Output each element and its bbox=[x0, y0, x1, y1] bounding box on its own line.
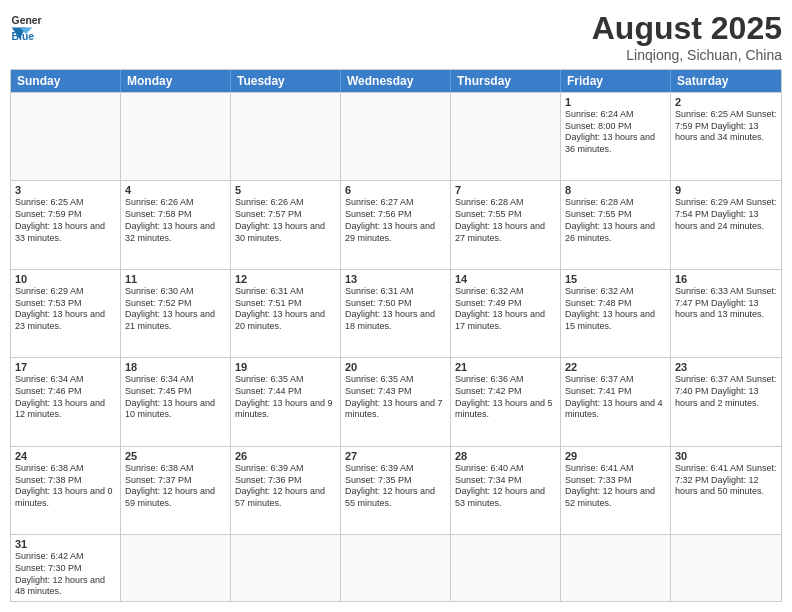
calendar-cell-r5c2 bbox=[231, 535, 341, 601]
calendar-cell-r2c2: 12Sunrise: 6:31 AM Sunset: 7:51 PM Dayli… bbox=[231, 270, 341, 357]
calendar-cell-r5c1 bbox=[121, 535, 231, 601]
calendar-row-5: 31Sunrise: 6:42 AM Sunset: 7:30 PM Dayli… bbox=[11, 534, 781, 601]
day-number: 24 bbox=[15, 450, 116, 462]
day-header-thursday: Thursday bbox=[451, 70, 561, 92]
day-number: 22 bbox=[565, 361, 666, 373]
calendar-cell-r1c0: 3Sunrise: 6:25 AM Sunset: 7:59 PM Daylig… bbox=[11, 181, 121, 268]
generalblue-logo-icon: General Blue bbox=[10, 10, 42, 42]
day-number: 29 bbox=[565, 450, 666, 462]
calendar-cell-r3c1: 18Sunrise: 6:34 AM Sunset: 7:45 PM Dayli… bbox=[121, 358, 231, 445]
day-info: Sunrise: 6:32 AM Sunset: 7:49 PM Dayligh… bbox=[455, 286, 556, 333]
day-number: 11 bbox=[125, 273, 226, 285]
day-number: 10 bbox=[15, 273, 116, 285]
day-info: Sunrise: 6:36 AM Sunset: 7:42 PM Dayligh… bbox=[455, 374, 556, 421]
calendar-cell-r3c4: 21Sunrise: 6:36 AM Sunset: 7:42 PM Dayli… bbox=[451, 358, 561, 445]
calendar-cell-r1c2: 5Sunrise: 6:26 AM Sunset: 7:57 PM Daylig… bbox=[231, 181, 341, 268]
calendar-cell-r4c5: 29Sunrise: 6:41 AM Sunset: 7:33 PM Dayli… bbox=[561, 447, 671, 534]
day-info: Sunrise: 6:37 AM Sunset: 7:40 PM Dayligh… bbox=[675, 374, 777, 409]
day-info: Sunrise: 6:31 AM Sunset: 7:50 PM Dayligh… bbox=[345, 286, 446, 333]
calendar-cell-r1c4: 7Sunrise: 6:28 AM Sunset: 7:55 PM Daylig… bbox=[451, 181, 561, 268]
day-info: Sunrise: 6:29 AM Sunset: 7:54 PM Dayligh… bbox=[675, 197, 777, 232]
calendar-cell-r4c1: 25Sunrise: 6:38 AM Sunset: 7:37 PM Dayli… bbox=[121, 447, 231, 534]
calendar-cell-r5c0: 31Sunrise: 6:42 AM Sunset: 7:30 PM Dayli… bbox=[11, 535, 121, 601]
calendar-cell-r2c6: 16Sunrise: 6:33 AM Sunset: 7:47 PM Dayli… bbox=[671, 270, 781, 357]
calendar-cell-r0c1 bbox=[121, 93, 231, 180]
day-info: Sunrise: 6:25 AM Sunset: 7:59 PM Dayligh… bbox=[675, 109, 777, 144]
day-header-saturday: Saturday bbox=[671, 70, 781, 92]
calendar-cell-r1c5: 8Sunrise: 6:28 AM Sunset: 7:55 PM Daylig… bbox=[561, 181, 671, 268]
calendar-cell-r0c4 bbox=[451, 93, 561, 180]
calendar-cell-r5c5 bbox=[561, 535, 671, 601]
day-info: Sunrise: 6:41 AM Sunset: 7:32 PM Dayligh… bbox=[675, 463, 777, 498]
calendar-cell-r0c3 bbox=[341, 93, 451, 180]
day-info: Sunrise: 6:38 AM Sunset: 7:38 PM Dayligh… bbox=[15, 463, 116, 510]
day-info: Sunrise: 6:39 AM Sunset: 7:36 PM Dayligh… bbox=[235, 463, 336, 510]
title-block: August 2025 Linqiong, Sichuan, China bbox=[592, 10, 782, 63]
day-number: 25 bbox=[125, 450, 226, 462]
calendar-cell-r3c2: 19Sunrise: 6:35 AM Sunset: 7:44 PM Dayli… bbox=[231, 358, 341, 445]
calendar-cell-r0c2 bbox=[231, 93, 341, 180]
day-number: 17 bbox=[15, 361, 116, 373]
day-number: 28 bbox=[455, 450, 556, 462]
header: General Blue August 2025 Linqiong, Sichu… bbox=[10, 10, 782, 63]
calendar-body: 1Sunrise: 6:24 AM Sunset: 8:00 PM Daylig… bbox=[11, 92, 781, 601]
day-number: 2 bbox=[675, 96, 777, 108]
day-number: 31 bbox=[15, 538, 116, 550]
day-info: Sunrise: 6:34 AM Sunset: 7:45 PM Dayligh… bbox=[125, 374, 226, 421]
day-info: Sunrise: 6:41 AM Sunset: 7:33 PM Dayligh… bbox=[565, 463, 666, 510]
svg-text:Blue: Blue bbox=[12, 31, 35, 42]
day-info: Sunrise: 6:32 AM Sunset: 7:48 PM Dayligh… bbox=[565, 286, 666, 333]
day-number: 7 bbox=[455, 184, 556, 196]
day-info: Sunrise: 6:35 AM Sunset: 7:44 PM Dayligh… bbox=[235, 374, 336, 421]
day-info: Sunrise: 6:37 AM Sunset: 7:41 PM Dayligh… bbox=[565, 374, 666, 421]
calendar-cell-r2c5: 15Sunrise: 6:32 AM Sunset: 7:48 PM Dayli… bbox=[561, 270, 671, 357]
day-info: Sunrise: 6:26 AM Sunset: 7:58 PM Dayligh… bbox=[125, 197, 226, 244]
day-number: 16 bbox=[675, 273, 777, 285]
calendar-cell-r4c0: 24Sunrise: 6:38 AM Sunset: 7:38 PM Dayli… bbox=[11, 447, 121, 534]
day-header-wednesday: Wednesday bbox=[341, 70, 451, 92]
day-info: Sunrise: 6:25 AM Sunset: 7:59 PM Dayligh… bbox=[15, 197, 116, 244]
calendar-cell-r3c3: 20Sunrise: 6:35 AM Sunset: 7:43 PM Dayli… bbox=[341, 358, 451, 445]
day-number: 3 bbox=[15, 184, 116, 196]
day-number: 19 bbox=[235, 361, 336, 373]
month-title: August 2025 bbox=[592, 10, 782, 47]
day-number: 18 bbox=[125, 361, 226, 373]
day-info: Sunrise: 6:29 AM Sunset: 7:53 PM Dayligh… bbox=[15, 286, 116, 333]
calendar-cell-r0c6: 2Sunrise: 6:25 AM Sunset: 7:59 PM Daylig… bbox=[671, 93, 781, 180]
day-number: 20 bbox=[345, 361, 446, 373]
calendar-row-3: 17Sunrise: 6:34 AM Sunset: 7:46 PM Dayli… bbox=[11, 357, 781, 445]
location-subtitle: Linqiong, Sichuan, China bbox=[592, 47, 782, 63]
day-header-sunday: Sunday bbox=[11, 70, 121, 92]
calendar-cell-r4c2: 26Sunrise: 6:39 AM Sunset: 7:36 PM Dayli… bbox=[231, 447, 341, 534]
page: General Blue August 2025 Linqiong, Sichu… bbox=[0, 0, 792, 612]
day-info: Sunrise: 6:39 AM Sunset: 7:35 PM Dayligh… bbox=[345, 463, 446, 510]
day-number: 23 bbox=[675, 361, 777, 373]
day-info: Sunrise: 6:38 AM Sunset: 7:37 PM Dayligh… bbox=[125, 463, 226, 510]
day-number: 14 bbox=[455, 273, 556, 285]
day-info: Sunrise: 6:27 AM Sunset: 7:56 PM Dayligh… bbox=[345, 197, 446, 244]
day-info: Sunrise: 6:31 AM Sunset: 7:51 PM Dayligh… bbox=[235, 286, 336, 333]
day-number: 30 bbox=[675, 450, 777, 462]
calendar-cell-r2c3: 13Sunrise: 6:31 AM Sunset: 7:50 PM Dayli… bbox=[341, 270, 451, 357]
day-info: Sunrise: 6:42 AM Sunset: 7:30 PM Dayligh… bbox=[15, 551, 116, 598]
calendar-cell-r4c3: 27Sunrise: 6:39 AM Sunset: 7:35 PM Dayli… bbox=[341, 447, 451, 534]
day-number: 8 bbox=[565, 184, 666, 196]
calendar-cell-r3c6: 23Sunrise: 6:37 AM Sunset: 7:40 PM Dayli… bbox=[671, 358, 781, 445]
day-info: Sunrise: 6:28 AM Sunset: 7:55 PM Dayligh… bbox=[455, 197, 556, 244]
calendar-row-2: 10Sunrise: 6:29 AM Sunset: 7:53 PM Dayli… bbox=[11, 269, 781, 357]
day-header-monday: Monday bbox=[121, 70, 231, 92]
calendar-row-1: 3Sunrise: 6:25 AM Sunset: 7:59 PM Daylig… bbox=[11, 180, 781, 268]
day-info: Sunrise: 6:28 AM Sunset: 7:55 PM Dayligh… bbox=[565, 197, 666, 244]
calendar-cell-r4c6: 30Sunrise: 6:41 AM Sunset: 7:32 PM Dayli… bbox=[671, 447, 781, 534]
day-number: 13 bbox=[345, 273, 446, 285]
calendar-row-0: 1Sunrise: 6:24 AM Sunset: 8:00 PM Daylig… bbox=[11, 92, 781, 180]
day-number: 9 bbox=[675, 184, 777, 196]
calendar-row-4: 24Sunrise: 6:38 AM Sunset: 7:38 PM Dayli… bbox=[11, 446, 781, 534]
day-info: Sunrise: 6:35 AM Sunset: 7:43 PM Dayligh… bbox=[345, 374, 446, 421]
calendar-cell-r1c6: 9Sunrise: 6:29 AM Sunset: 7:54 PM Daylig… bbox=[671, 181, 781, 268]
day-info: Sunrise: 6:33 AM Sunset: 7:47 PM Dayligh… bbox=[675, 286, 777, 321]
calendar: SundayMondayTuesdayWednesdayThursdayFrid… bbox=[10, 69, 782, 602]
day-info: Sunrise: 6:40 AM Sunset: 7:34 PM Dayligh… bbox=[455, 463, 556, 510]
day-header-friday: Friday bbox=[561, 70, 671, 92]
calendar-cell-r3c5: 22Sunrise: 6:37 AM Sunset: 7:41 PM Dayli… bbox=[561, 358, 671, 445]
